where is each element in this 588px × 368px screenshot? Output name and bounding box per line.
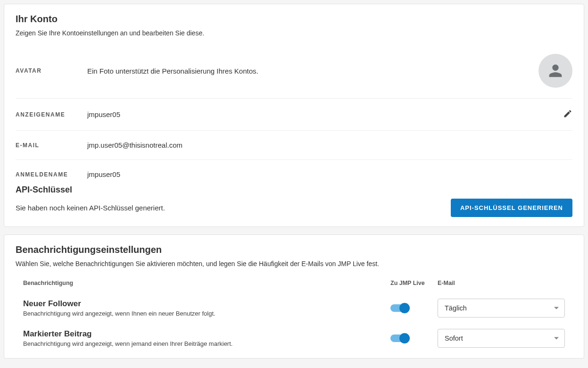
notif-title-new-follower: Neuer Follower [23, 299, 390, 309]
notifications-card: Benachrichtigungseinstellungen Wählen Si… [4, 234, 584, 359]
notifications-header: Benachrichtigung Zu JMP Live E-Mail [16, 274, 572, 293]
toggle-new-follower[interactable] [390, 304, 408, 312]
value-loginname: jmpuser05 [87, 170, 572, 178]
api-row: Sie haben noch keinen API-Schlüssel gene… [16, 199, 572, 217]
row-email: E-MAIL jmp.user05@thisisnotreal.com [16, 131, 572, 160]
notif-desc-new-follower: Benachrichtigung wird angezeigt, wenn Ih… [23, 310, 390, 317]
row-displayname: ANZEIGENAME jmpuser05 [16, 99, 572, 131]
value-avatar: Ein Foto unterstützt die Personalisierun… [87, 67, 538, 75]
label-email: E-MAIL [16, 142, 87, 149]
person-icon [546, 61, 565, 80]
header-notification: Benachrichtigung [23, 280, 390, 286]
select-value: Sofort [445, 335, 463, 342]
notification-row-flagged-post: Markierter Beitrag Benachrichtigung wird… [16, 323, 572, 353]
email-freq-flagged-post[interactable]: Sofort [438, 329, 565, 348]
chevron-down-icon [554, 337, 559, 340]
generate-api-key-button[interactable]: API-SCHLÜSSEL GENERIEREN [451, 199, 572, 217]
email-freq-new-follower[interactable]: Täglich [438, 299, 565, 318]
value-displayname: jmpuser05 [87, 110, 563, 118]
notif-desc-flagged-post: Benachrichtigung wird angezeigt, wenn je… [23, 340, 390, 347]
row-avatar: AVATAR Ein Foto unterstützt die Personal… [16, 43, 572, 99]
account-card: Ihr Konto Zeigen Sie Ihre Kontoeinstellu… [4, 4, 584, 227]
api-title: API-Schlüssel [16, 185, 572, 195]
header-tojmplive: Zu JMP Live [390, 280, 438, 286]
notifications-subtitle: Wählen Sie, welche Benachrichtigungen Si… [16, 260, 572, 268]
header-email: E-Mail [438, 280, 565, 286]
chevron-down-icon [554, 307, 559, 309]
account-title: Ihr Konto [16, 14, 572, 25]
edit-displayname-button[interactable] [563, 109, 572, 118]
avatar[interactable] [538, 54, 572, 88]
notification-row-new-follower: Neuer Follower Benachrichtigung wird ang… [16, 293, 572, 323]
toggle-flagged-post[interactable] [390, 335, 408, 342]
label-avatar: AVATAR [16, 67, 87, 74]
value-email: jmp.user05@thisisnotreal.com [87, 141, 572, 149]
pencil-icon [563, 109, 572, 118]
notif-title-flagged-post: Markierter Beitrag [23, 329, 390, 339]
label-loginname: ANMELDENAME [16, 171, 87, 178]
api-text: Sie haben noch keinen API-Schlüssel gene… [16, 204, 165, 212]
account-subtitle: Zeigen Sie Ihre Kontoeinstellungen an un… [16, 29, 572, 37]
select-value: Täglich [445, 304, 467, 312]
notifications-title: Benachrichtigungseinstellungen [16, 244, 572, 255]
label-displayname: ANZEIGENAME [16, 111, 87, 118]
row-loginname: ANMELDENAME jmpuser05 [16, 160, 572, 183]
